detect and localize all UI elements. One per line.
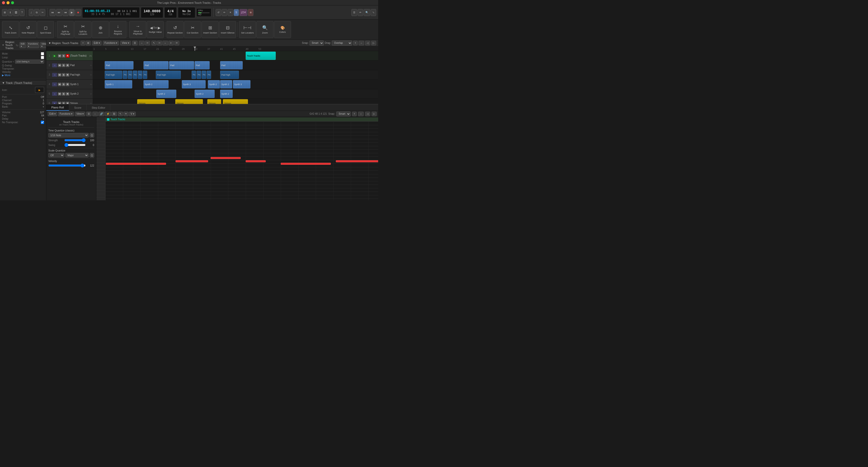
nudge-left-arrow[interactable]: ◀ [150,26,153,30]
track3-io-btn[interactable]: ○ [90,73,92,76]
pr-chain-btn[interactable]: ⛓ [112,112,117,116]
pr-note-3[interactable] [211,157,241,159]
pr-note-1[interactable] [106,163,166,165]
loop-checkbox[interactable] [41,56,44,59]
track2-solo-btn[interactable]: S [62,64,65,67]
insert-silence-tool[interactable]: ⊟ Insert Silence [219,21,236,38]
region-synth1-2[interactable]: Synth 2 [144,80,168,88]
track-row-4[interactable]: 4 ♫ M S R Synth 1 ○ [46,80,93,89]
zoom-tool-btn[interactable]: 🔍 Zoom [256,21,274,38]
pr-note-6[interactable] [336,160,378,162]
region-padh-4[interactable]: Pa [133,71,137,79]
cursor-btn1[interactable]: ↖ [152,41,157,45]
region-edit-btn[interactable]: Edit ▾ [20,42,26,48]
toolbar-btn-quantize[interactable]: ⧉ [34,9,39,16]
region-pad-5[interactable]: Pad [220,61,243,69]
region-pad-4[interactable]: Pad [194,61,210,69]
region-functions-btn[interactable]: Functions ▾ [27,42,39,48]
pr-scroll-right[interactable]: ▷ [372,112,377,116]
pr-view-btn[interactable]: View ▾ [75,112,85,116]
track6-record-btn[interactable]: R [66,102,69,104]
region-view-btn[interactable]: View ▾ [40,42,46,48]
track-region-row-6[interactable]: Strings Strings Strings Strings [93,99,378,104]
toolbar-btn-scissors[interactable]: ✂ [40,9,45,16]
toolbar-btn-s[interactable]: S [234,9,239,16]
region-padh-9[interactable]: Pa [196,71,201,79]
region-strings-2[interactable]: Strings [175,99,203,104]
track-collapse-arrow[interactable]: ▼ [2,82,5,84]
pr-zoom-plus[interactable]: + [352,112,356,116]
traffic-lights[interactable] [2,1,14,4]
region-synth1-3[interactable]: Synth 3 [182,80,206,88]
track-region-row-4[interactable]: Synth 1 Synth 2 Synth 3 Synth 2 Synth 2 … [93,80,378,89]
join-tool[interactable]: ⊕ Join [92,21,109,38]
pr-scroll-left[interactable]: ◁ [365,112,370,116]
mute-checkbox[interactable] [41,52,44,55]
tool-arrow[interactable]: ↔ [139,41,145,45]
toolbar-btn-refresh[interactable]: ↺ [216,9,221,16]
region-synth2-3[interactable]: Synth 2 [220,90,232,98]
region-padh-3[interactable]: Pa [128,71,132,79]
toolbar-btn-expand[interactable]: ⤡ [371,9,376,16]
region-synth2-2[interactable]: Synth 2 [194,90,215,98]
pr-note-4[interactable] [246,160,266,162]
split-by-locators-tool[interactable]: ✂ Split by Locators [74,21,91,38]
nudge-right-arrow[interactable]: ▶ [158,26,160,30]
region-strings-4[interactable]: Strings [223,99,248,104]
scroll-btn2[interactable]: ▷ [371,41,376,45]
no-transpose-checkbox[interactable] [41,121,44,124]
toolbar-btn-x[interactable]: ✕ [228,9,233,16]
track6-solo-btn[interactable]: S [62,102,65,104]
list-btn[interactable]: ☰ [132,41,137,45]
toolbar-btn-info[interactable]: ℹ [8,9,12,16]
region-synth1-5[interactable]: Synth 2 [220,80,232,88]
toolbar-btn-settings[interactable]: ⊞ [2,9,7,16]
tab-piano-roll[interactable]: Piano Roll [46,104,69,111]
rewind-button[interactable]: ⏮ [50,9,56,16]
edit-btn[interactable]: Edit ▾ [92,41,101,45]
pr-cursor-btn3[interactable]: V ▾ [129,112,135,116]
track-inspector-header[interactable]: ▼ Track: (Touch Tracks) [0,80,46,86]
functions-btn[interactable]: Functions ▾ [103,41,119,45]
tool-scissors[interactable]: ✂ [145,41,150,45]
track-row-1[interactable]: 1 ▶ M S R (Touch Tracks) [1] [46,51,93,61]
track-zoom-tool[interactable]: ⤡ Track Zoom [2,21,19,38]
split-by-playhead-tool[interactable]: ✂ Split by Playhead [57,21,74,38]
toolbar-btn-photo[interactable]: 🖼 [13,9,19,16]
velocity-slider[interactable] [48,163,86,167]
strength-slider[interactable] [64,138,86,142]
snap-select[interactable]: Smart Bar Beat [310,40,324,45]
region-padh-2[interactable]: Pa [123,71,127,79]
set-locators-tool[interactable]: ⊢⊣ Set Locators [239,21,256,38]
track-region-row-1[interactable]: Touch Tracks [93,51,378,61]
prop-row-more[interactable]: ▶ More [2,73,44,77]
track1-record-btn[interactable]: R [66,54,69,58]
spot-erase-tool[interactable]: ◻ Spot Erase [37,21,54,38]
cursor-btn3[interactable]: ↔ [162,41,168,45]
track6-mute-btn[interactable]: M [58,102,61,104]
region-synth2-1[interactable]: Synth 2 [156,90,176,98]
ruler[interactable]: 1 5 9 13 17 21 25 29 33 37 41 45 49 53 [93,46,378,51]
region-strings-1[interactable]: Strings [137,99,165,104]
region-padh-7[interactable]: Pad high [156,71,181,79]
track2-mute-btn[interactable]: M [58,64,61,67]
track-row-3[interactable]: 3 ♫ M S R Pad high ○ [46,70,93,80]
region-collapse-arrow[interactable]: ▼ [2,44,4,46]
pr-filter-btn[interactable]: ⚡ [105,112,111,116]
toolbar-btn-effect[interactable]: ⊕ [248,9,253,16]
track5-io-btn[interactable]: ○ [90,92,92,95]
region-pad-3[interactable]: Pad [169,61,194,69]
track4-io-btn[interactable]: ○ [90,83,92,86]
minimize-button[interactable] [6,1,9,4]
region-padh-6[interactable]: Pa [143,71,147,79]
region-padh-8[interactable]: Pa [192,71,196,79]
track5-mute-btn[interactable]: M [58,92,61,96]
pr-note-2[interactable] [176,160,208,162]
insert-section-tool[interactable]: ⊞ Insert Section [202,21,219,38]
toolbar-btn-help[interactable]: ? [20,9,25,16]
region-padh-10[interactable]: Pa [202,71,206,79]
track-row-2[interactable]: 2 ♫ M S R Pad ○ [46,61,93,70]
toolbar-btn-edit2[interactable]: ✏ [358,9,363,16]
track4-record-btn[interactable]: R [66,83,69,86]
scale-q-btn[interactable]: Q [90,153,94,157]
